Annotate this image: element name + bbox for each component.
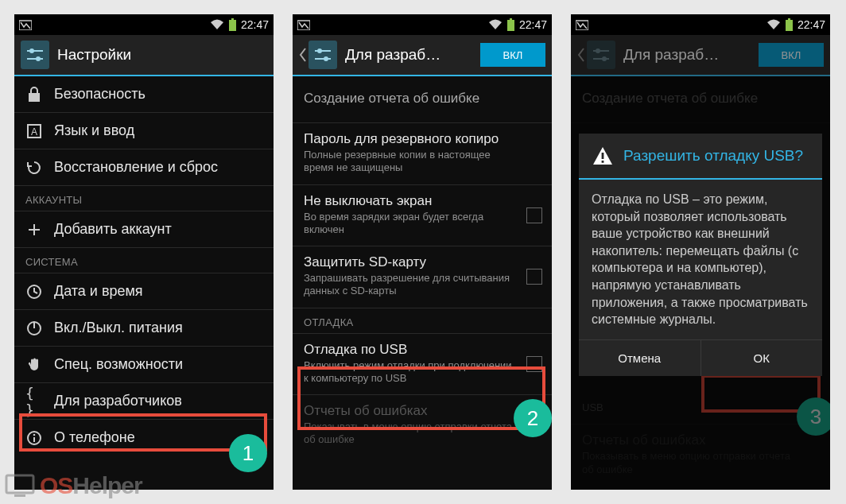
language-icon: A [25, 122, 43, 140]
battery-icon [507, 18, 514, 31]
wifi-icon [766, 19, 781, 30]
svg-point-4 [29, 48, 34, 53]
watermark: OS Helper [5, 472, 142, 499]
cancel-button[interactable]: Отмена [579, 340, 700, 376]
back-button[interactable] [299, 41, 337, 69]
watermark-text-a: OS [40, 472, 72, 499]
clock-icon [25, 283, 43, 300]
usb-debug-dialog: Разрешить отладку USB? Отладка по USB – … [579, 134, 822, 376]
master-toggle[interactable]: ВКЛ [759, 43, 824, 67]
settings-row-add-account[interactable]: Добавить аккаунт [14, 211, 274, 248]
svg-point-21 [324, 56, 328, 61]
phone-screen-2: 22:47 Для разраб… ВКЛ Создание отчета об… [293, 14, 552, 490]
svg-rect-7 [29, 93, 40, 102]
ok-button[interactable]: ОК [700, 340, 823, 376]
monitor-icon [5, 474, 35, 498]
action-bar: Для разраб… ВКЛ [571, 35, 830, 76]
section-header-debug: ОТЛАДКА [293, 308, 552, 334]
wifi-icon [210, 19, 224, 30]
settings-row-label: Безопасность [54, 86, 146, 102]
svg-text:A: A [31, 126, 37, 138]
settings-row-security[interactable]: Безопасность [14, 76, 274, 113]
status-bar: 22:47 [293, 14, 552, 35]
dev-row-stay-awake[interactable]: Не выключать экран Во время зарядки экра… [293, 185, 552, 247]
settings-row-backup[interactable]: Восстановление и сброс [14, 149, 274, 186]
power-icon [25, 320, 43, 337]
dev-row-backup-password[interactable]: Пароль для резервного копиро Полные резе… [293, 123, 552, 185]
settings-row-label: Язык и ввод [54, 122, 134, 138]
svg-point-28 [602, 56, 607, 61]
plus-icon [25, 221, 43, 238]
settings-list[interactable]: Безопасность A Язык и ввод Восстановлени… [14, 76, 274, 490]
svg-rect-29 [602, 153, 604, 159]
svg-rect-1 [231, 18, 234, 20]
dialog-body: Отладка по USB – это режим, который позв… [579, 180, 822, 339]
screenshot-icon [297, 19, 310, 30]
checkbox[interactable] [526, 356, 542, 372]
status-bar: 22:47 [14, 14, 274, 35]
svg-rect-17 [507, 20, 514, 31]
page-title: Для разраб… [345, 46, 472, 64]
checkbox[interactable] [526, 269, 542, 285]
dev-row-error-reports[interactable]: Отчеты об ошибках Показывать в меню опци… [293, 395, 552, 456]
phone-screen-3: 22:47 Для разраб… ВКЛ Создание отчета об… [571, 14, 830, 490]
restore-icon [25, 159, 43, 176]
chevron-left-icon [577, 48, 585, 62]
dev-row-bugreport[interactable]: Создание отчета об ошибке [293, 76, 552, 123]
status-time: 22:47 [519, 18, 547, 31]
step-badge: 1 [229, 434, 267, 472]
svg-rect-14 [33, 437, 35, 442]
page-title: Для разраб… [623, 46, 751, 64]
settings-row-label: Спец. возможности [54, 356, 183, 372]
status-time: 22:47 [241, 18, 269, 31]
row-subtitle: Во время зарядки экран будет всегда вклю… [304, 211, 514, 237]
settings-row-label: Восстановление и сброс [54, 159, 218, 175]
row-title: Создание отчета об ошибке [304, 91, 514, 107]
hand-icon [25, 356, 43, 374]
wifi-icon [488, 19, 503, 30]
row-subtitle: Включить режим отладки при подключении к… [304, 359, 514, 386]
svg-point-13 [33, 433, 36, 436]
braces-icon: { } [25, 393, 43, 410]
master-toggle[interactable]: ВКЛ [480, 43, 545, 67]
action-bar: Настройки [14, 35, 274, 76]
svg-rect-16 [510, 18, 512, 20]
svg-rect-30 [602, 161, 604, 163]
svg-rect-31 [6, 475, 33, 493]
section-header-accounts: АККАУНТЫ [14, 186, 274, 211]
settings-row-label: Добавить аккаунт [54, 221, 172, 237]
checkbox[interactable] [526, 207, 542, 223]
info-icon [25, 429, 43, 447]
screenshot-icon [576, 19, 588, 30]
phone-screen-1: 22:47 Настройки Безопасность A Язык и вв… [14, 14, 274, 490]
page-title: Настройки [57, 46, 267, 64]
row-title: Не выключать экран [304, 193, 514, 209]
settings-row-language[interactable]: A Язык и ввод [14, 113, 274, 149]
row-title: Защитить SD-карту [304, 254, 514, 270]
settings-row-datetime[interactable]: Дата и время [14, 273, 274, 310]
developer-list[interactable]: Создание отчета об ошибке Пароль для рез… [293, 76, 552, 490]
settings-sliders-icon [587, 41, 615, 69]
dialog-title: Разрешить отладку USB? [623, 147, 803, 165]
row-title: Отчеты об ошибках [304, 403, 514, 419]
status-time: 22:47 [797, 18, 825, 31]
svg-rect-23 [788, 18, 790, 20]
settings-sliders-icon [21, 41, 49, 69]
dev-row-protect-sd[interactable]: Защитить SD-карту Запрашивать разрешение… [293, 246, 552, 308]
svg-point-6 [36, 56, 41, 61]
status-bar: 22:47 [571, 14, 830, 35]
settings-row-label: Вкл./Выкл. питания [54, 320, 183, 335]
svg-rect-2 [229, 20, 236, 31]
battery-icon [229, 18, 236, 31]
dev-row-usb-debug[interactable]: Отладка по USB Включить режим отладки пр… [293, 334, 552, 396]
back-button[interactable] [577, 41, 615, 69]
settings-row-accessibility[interactable]: Спец. возможности [14, 347, 274, 383]
svg-point-19 [317, 48, 322, 53]
step-badge: 2 [514, 399, 552, 437]
svg-rect-24 [786, 20, 793, 31]
svg-point-26 [596, 48, 600, 53]
row-subtitle: Показывать в меню опцию отправки отчета … [304, 421, 514, 447]
settings-row-developer[interactable]: { } Для разработчиков [14, 383, 274, 420]
section-header-system: СИСТЕМА [14, 248, 274, 273]
settings-row-power[interactable]: Вкл./Выкл. питания [14, 310, 274, 347]
